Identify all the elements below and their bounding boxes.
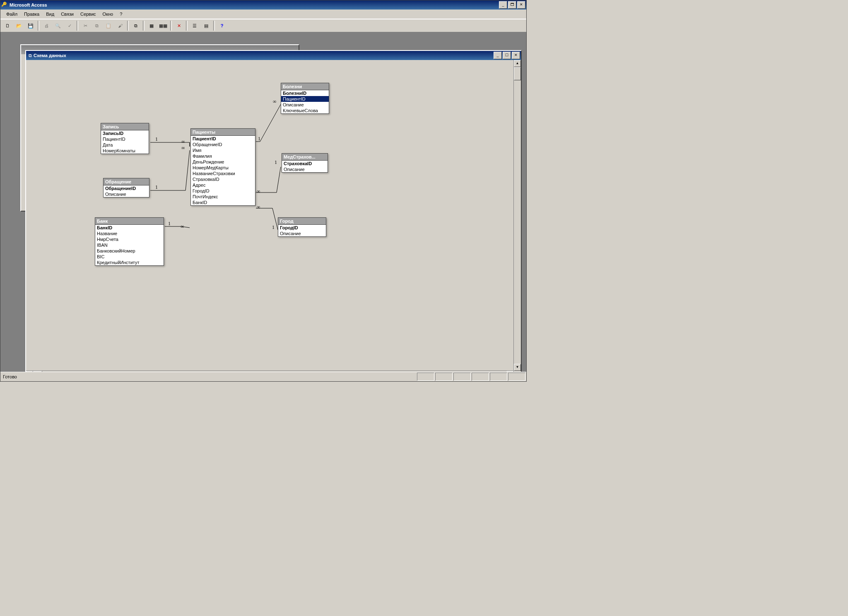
status-cell [435,373,453,381]
field[interactable]: IBAN [95,242,164,248]
cardinality-many: ∞ [273,99,277,105]
field[interactable]: Описание [282,166,328,172]
table-obrashenie[interactable]: Обращение ОбращениеID Описание [103,178,149,197]
close-button[interactable]: ✕ [517,1,525,9]
help-icon[interactable]: ? [217,20,227,31]
field-pk[interactable]: ЗаписьID [101,130,149,136]
status-cell [417,373,434,381]
menu-edit[interactable]: Правка [21,11,43,17]
field-pk[interactable]: СтраховкаID [282,161,328,166]
field[interactable]: ПациентID [101,136,149,142]
status-cell [453,373,471,381]
relationships-window[interactable]: ⧉ Схема данных _ ☐ ✕ 1 ∞ [25,50,522,372]
cardinality-one: 1 [258,136,260,142]
menu-window[interactable]: Окно [99,11,117,17]
new-icon[interactable]: 🗋 [2,20,13,31]
table-header[interactable]: Пациенты [191,129,255,136]
field-pk[interactable]: БанкID [95,225,164,231]
field[interactable]: Описание [281,102,329,108]
field[interactable]: Имя [191,147,255,153]
table-zapis[interactable]: Запись ЗаписьID ПациентID Дата НомерКомн… [101,123,149,154]
child-maximize-button[interactable]: ☐ [503,52,511,59]
field[interactable]: НазваниеСтраховки [191,171,255,176]
field[interactable]: ДеньРождение [191,159,255,165]
delete-icon[interactable]: ✕ [173,20,184,31]
relationships-canvas[interactable]: 1 ∞ 1 ∞ 1 ∞ 1 ∞ 1 ∞ 1 ∞ Запись ЗаписьID … [26,60,521,372]
scroll-up-icon[interactable]: ▲ [514,60,521,67]
menubar[interactable]: Файл Правка Вид Связи Сервис Окно ? [0,10,526,19]
relationship-lines [26,60,521,372]
open-icon[interactable]: 📂 [14,20,24,31]
table-patients[interactable]: Пациенты ПациентID ОбращениеID Имя Фамил… [190,128,255,206]
table-header[interactable]: Банк [95,218,164,225]
field-pk[interactable]: БолезниID [281,90,329,96]
copy-icon[interactable]: ⧉ [92,20,102,31]
table-bank[interactable]: Банк БанкID Название НмрСчета IBAN Банко… [95,217,164,266]
minimize-button[interactable]: _ [499,1,507,9]
table-header[interactable]: Болезни [281,83,329,90]
paste-icon[interactable]: 📋 [103,20,114,31]
cardinality-one: 1 [155,136,158,142]
field-pk[interactable]: ГородID [278,225,326,231]
child-minimize-button[interactable]: _ [494,52,502,59]
scroll-thumb[interactable] [514,67,521,80]
print-icon[interactable]: 🖨 [41,20,52,31]
maximize-button[interactable]: 🗖 [508,1,516,9]
menu-file[interactable]: Файл [3,11,21,17]
table-header[interactable]: Обращение [104,178,149,185]
field-selected[interactable]: ПациентID [281,96,329,102]
table-medstrahovka[interactable]: МедСтрахов... СтраховкаID Описание [282,153,328,173]
field[interactable]: Дата [101,142,149,148]
show-all-icon[interactable]: ▦▦ [158,20,169,31]
field-pk[interactable]: ПациентID [191,136,255,142]
menu-tools[interactable]: Сервис [77,11,99,17]
table-gorod[interactable]: Город ГородID Описание [278,217,326,237]
field[interactable]: НомерКомнаты [101,148,149,154]
child-close-button[interactable]: ✕ [512,52,520,59]
statusbar: Готово [0,372,526,381]
access-logo-icon: 🔑 [1,2,8,8]
separator-icon [186,21,188,31]
field-pk[interactable]: ОбращениеID [104,185,149,191]
format-painter-icon[interactable]: 🖌 [115,20,125,31]
mdi-area: ⧉ Схема данных _ ☐ ✕ 1 ∞ [0,32,526,372]
main-titlebar[interactable]: 🔑 Microsoft Access _ 🗖 ✕ [0,0,526,10]
field[interactable]: НомерМедКарты [191,165,255,171]
field[interactable]: БанкID [191,200,255,205]
separator-icon [77,21,78,31]
menu-view[interactable]: Вид [43,11,58,17]
field[interactable]: BIC [95,254,164,260]
vertical-scrollbar[interactable]: ▲ ▼ [513,60,521,371]
field[interactable]: КлючевыеСлова [281,108,329,113]
menu-help[interactable]: ? [116,11,125,17]
table-header[interactable]: Запись [101,123,149,130]
menu-relationships[interactable]: Связи [58,11,77,17]
field[interactable]: КредитныйИнститут [95,260,164,265]
scroll-down-icon[interactable]: ▼ [514,364,521,371]
relationships-icon[interactable]: ⧉ [130,20,141,31]
table-header[interactable]: МедСтрахов... [282,154,328,161]
preview-icon[interactable]: 🔍 [53,20,63,31]
new-object-icon[interactable]: ▤ [201,20,212,31]
field[interactable]: НмрСчета [95,236,164,242]
field[interactable]: БанковскийНомер [95,248,164,254]
cut-icon[interactable]: ✂ [80,20,91,31]
field[interactable]: Описание [278,231,326,236]
field[interactable]: Фамилия [191,153,255,159]
properties-icon[interactable]: ☰ [189,20,200,31]
table-header[interactable]: Город [278,218,326,225]
show-table-icon[interactable]: ▦ [146,20,157,31]
field[interactable]: ОбращениеID [191,142,255,147]
field[interactable]: Название [95,231,164,236]
field[interactable]: СтраховкаID [191,176,255,182]
cardinality-one: 1 [155,184,158,190]
field[interactable]: Описание [104,191,149,197]
cardinality-many: ∞ [181,145,185,151]
save-icon[interactable]: 💾 [25,20,36,31]
field[interactable]: ГородID [191,188,255,194]
table-bolezni[interactable]: Болезни БолезниID ПациентID Описание Клю… [281,83,329,114]
spelling-icon[interactable]: ✓ [64,20,75,31]
field[interactable]: Адрес [191,182,255,188]
separator-icon [213,21,215,31]
field[interactable]: ПочтИндекс [191,194,255,200]
